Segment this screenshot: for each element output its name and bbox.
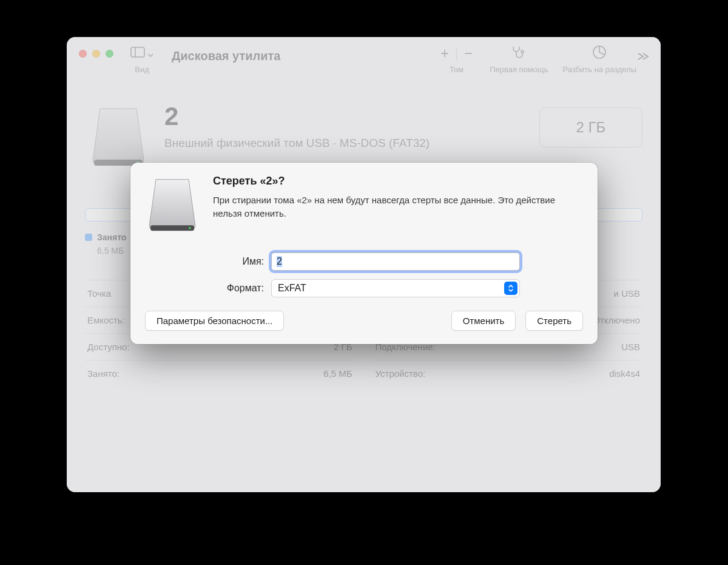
format-select[interactable]: ExFAT bbox=[271, 279, 520, 297]
svg-point-2 bbox=[521, 50, 524, 53]
format-select-value: ExFAT bbox=[278, 283, 306, 294]
info-row: Устройство:disk4s4 bbox=[373, 360, 643, 387]
toolbar: Вид Дисковая утилита + | − Том Первая по… bbox=[67, 37, 661, 86]
toolbar-title: Дисковая утилита bbox=[172, 49, 280, 63]
cancel-button[interactable]: Отменить bbox=[451, 311, 516, 331]
security-options-button[interactable]: Параметры безопасности... bbox=[145, 311, 284, 331]
svg-rect-0 bbox=[131, 47, 144, 57]
fullscreen-window-button[interactable] bbox=[106, 50, 113, 58]
sidebar-icon bbox=[130, 47, 145, 61]
dialog-volume-icon bbox=[145, 175, 200, 235]
format-label: Формат: bbox=[206, 283, 264, 294]
toolbar-volume[interactable]: + | − Том bbox=[440, 44, 473, 74]
stethoscope-icon bbox=[511, 45, 527, 63]
name-label: Имя: bbox=[206, 256, 264, 267]
usage-used-label: Занято bbox=[97, 232, 126, 242]
toolbar-volume-label: Том bbox=[450, 65, 463, 74]
svg-point-7 bbox=[189, 227, 191, 229]
volume-name: 2 bbox=[164, 104, 430, 129]
toolbar-overflow[interactable] bbox=[636, 49, 650, 65]
toolbar-partition[interactable]: Разбить на разделы bbox=[562, 44, 636, 74]
window-controls bbox=[79, 50, 113, 58]
erase-button[interactable]: Стереть bbox=[525, 311, 583, 331]
toolbar-view[interactable]: Вид bbox=[130, 44, 153, 74]
name-input[interactable] bbox=[271, 252, 520, 271]
toolbar-view-label: Вид bbox=[135, 65, 149, 74]
dialog-title: Стереть «2»? bbox=[213, 175, 583, 188]
svg-rect-6 bbox=[150, 225, 194, 231]
erase-dialog: Стереть «2»? При стирании тома «2» на не… bbox=[130, 163, 598, 344]
volume-size-badge: 2 ГБ bbox=[539, 107, 642, 147]
chevron-down-icon bbox=[147, 47, 153, 61]
updown-chevron-icon bbox=[504, 282, 517, 295]
minimize-window-button[interactable] bbox=[92, 50, 100, 58]
info-row: Занято:6,5 МБ bbox=[85, 360, 355, 387]
toolbar-first-aid[interactable]: Первая помощь bbox=[490, 44, 548, 74]
pie-chart-icon bbox=[592, 45, 607, 63]
usage-used-value: 6,5 МБ bbox=[97, 246, 126, 255]
volume-subtitle: Внешний физический том USB · MS-DOS (FAT… bbox=[164, 137, 430, 150]
minus-icon: − bbox=[464, 45, 473, 62]
close-window-button[interactable] bbox=[79, 50, 87, 58]
plus-icon: + bbox=[440, 45, 449, 62]
usage-swatch-used bbox=[85, 234, 92, 241]
dialog-body: При стирании тома «2» на нем будут навсе… bbox=[213, 194, 583, 220]
toolbar-first-aid-label: Первая помощь bbox=[490, 65, 548, 74]
dialog-form: Имя: Формат: ExFAT bbox=[145, 252, 583, 297]
toolbar-partition-label: Разбить на разделы bbox=[562, 65, 636, 74]
volume-icon bbox=[88, 104, 149, 171]
